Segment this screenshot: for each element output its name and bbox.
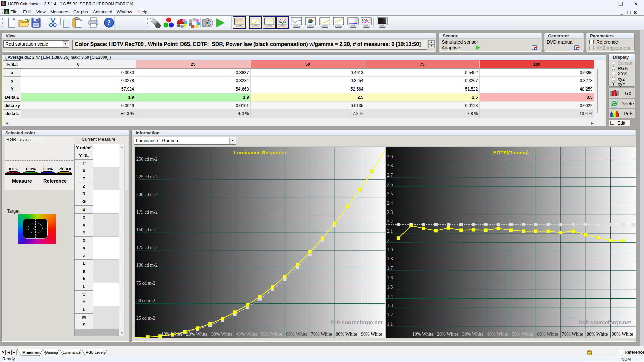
svg-text:150 cd m-2: 150 cd m-2	[136, 227, 158, 232]
svg-text:2.1: 2.1	[387, 229, 393, 234]
svg-text:2.3: 2.3	[387, 210, 393, 215]
svg-text:Luminance Response: Luminance Response	[234, 149, 286, 155]
svg-text:80% White: 80% White	[587, 331, 608, 337]
svg-text:25 cd m-2: 25 cd m-2	[136, 316, 155, 321]
svg-text:2.7: 2.7	[387, 173, 393, 178]
svg-text:Luminance: Luminance	[63, 350, 81, 354]
svg-text:10% White: 10% White	[412, 331, 433, 337]
svg-text:225 cd m-2: 225 cd m-2	[136, 174, 158, 179]
svg-text:20% White: 20% White	[437, 331, 458, 337]
svg-text:50% White: 50% White	[512, 331, 533, 337]
svg-text:1.2: 1.2	[387, 312, 393, 317]
svg-text:EOTF(Gamma): EOTF(Gamma)	[493, 149, 528, 155]
svg-text:200 cd m-2: 200 cd m-2	[136, 192, 158, 197]
svg-text:2.2: 2.2	[387, 219, 393, 224]
svg-text:50% White: 50% White	[261, 331, 282, 337]
svg-text:Measures: Measures	[22, 351, 40, 355]
svg-text:20% White: 20% White	[186, 331, 207, 337]
svg-text:90% White: 90% White	[612, 331, 633, 337]
svg-text:50 cd m-2: 50 cd m-2	[136, 298, 155, 303]
svg-text:1.8: 1.8	[387, 256, 393, 261]
svg-text:2.5: 2.5	[387, 191, 393, 196]
svg-text:2: 2	[387, 238, 389, 243]
svg-text:?: ?	[107, 19, 111, 26]
svg-text:1.7: 1.7	[387, 266, 393, 271]
svg-text:40% White: 40% White	[487, 331, 508, 337]
svg-text:Gamma: Gamma	[45, 350, 58, 354]
svg-text:2.4: 2.4	[387, 201, 393, 206]
svg-text:1.4: 1.4	[387, 294, 393, 299]
svg-text:90% White: 90% White	[361, 331, 382, 337]
svg-text:175 cd m-2: 175 cd m-2	[136, 209, 158, 215]
svg-text:hcfr.sourceforge.net: hcfr.sourceforge.net	[579, 320, 631, 325]
svg-text:1.3: 1.3	[387, 303, 393, 308]
svg-text:30% White: 30% White	[211, 331, 232, 337]
svg-text:30% White: 30% White	[462, 331, 483, 337]
svg-text:hcfr.sourceforge.net: hcfr.sourceforge.net	[330, 320, 382, 325]
svg-text:40% White: 40% White	[236, 331, 257, 337]
svg-text:1.9: 1.9	[387, 247, 393, 252]
svg-text:125 cd m-2: 125 cd m-2	[136, 245, 158, 250]
svg-text:RGB Levels: RGB Levels	[86, 350, 105, 354]
svg-text:60% White: 60% White	[537, 331, 558, 337]
svg-text:2.9: 2.9	[387, 154, 393, 159]
svg-text:2.8: 2.8	[387, 163, 393, 168]
svg-text:2.6: 2.6	[387, 182, 393, 187]
svg-text:250 cd m-2: 250 cd m-2	[136, 157, 158, 162]
svg-text:1.6: 1.6	[387, 275, 393, 280]
svg-text:60% White: 60% White	[286, 331, 307, 337]
svg-text:70% White: 70% White	[311, 331, 332, 337]
svg-text:80% White: 80% White	[336, 331, 357, 337]
svg-text:75 cd m-2: 75 cd m-2	[136, 281, 155, 286]
svg-text:70% White: 70% White	[562, 331, 583, 337]
svg-text:100 cd m-2: 100 cd m-2	[136, 263, 158, 268]
svg-text:1.1: 1.1	[387, 322, 393, 327]
svg-text:1.5: 1.5	[387, 285, 393, 290]
